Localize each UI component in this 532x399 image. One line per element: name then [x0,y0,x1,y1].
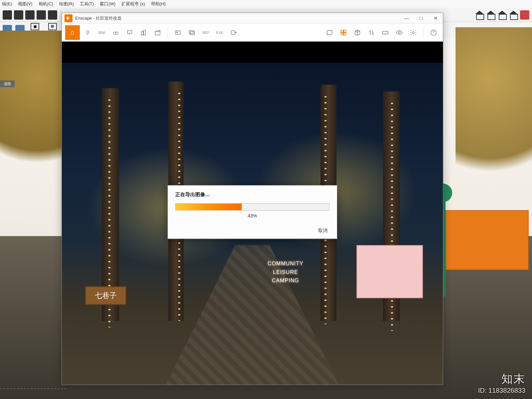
clapboard-icon[interactable] [152,27,164,39]
svg-rect-3 [128,30,132,33]
svg-rect-15 [344,33,346,35]
pin-icon[interactable] [82,27,94,39]
center-sign-text: COMMUNITY LEISURE CAMPING [268,259,304,285]
batch-image-icon[interactable] [186,27,198,39]
asset-library-icon[interactable] [337,27,349,39]
svg-rect-10 [190,32,195,35]
progress-fill [176,203,242,210]
house-icon[interactable] [475,11,484,19]
app-name: Enscape [75,16,92,21]
toolbar-icon[interactable] [37,10,46,20]
binoculars-icon[interactable] [110,27,122,39]
viewport-label: 顶部 [0,80,15,87]
svg-rect-4 [141,31,143,35]
cube-icon[interactable] [351,27,363,39]
sketchup-menubar: 辑(E) 视图(V) 相机(C) 绘图(R) 工具(T) 窗口(W) 扩展程序 … [0,0,532,8]
svg-point-17 [398,32,400,34]
help-icon[interactable] [428,27,440,39]
menu-edit[interactable]: 辑(E) [2,1,12,7]
svg-rect-6 [155,31,160,35]
tree-trunk [102,88,119,321]
toolbar-icon[interactable] [3,10,12,20]
image-export-icon[interactable] [172,27,184,39]
svg-point-0 [86,31,89,33]
map-icon[interactable] [324,27,335,39]
export-progress-dialog: 正在导出图像… 43% 取消 [168,185,337,239]
svg-rect-9 [189,30,194,33]
sign-line: COMMUNITY [268,259,304,268]
progress-percent-label: 43% [175,213,330,218]
window-controls: — □ ✕ [399,13,443,24]
panorama-button[interactable]: 360° [200,27,212,39]
svg-rect-13 [344,30,346,32]
watermark-id: ID: 1183826833 [478,387,525,394]
bim-button[interactable]: BIM [96,27,108,39]
letterbox-bar [62,42,443,63]
settings-icon[interactable] [407,27,419,39]
color-icon[interactable] [520,10,529,20]
toolbar-icon[interactable] [14,10,23,20]
sign-line: CAMPING [268,276,304,285]
house-icon[interactable] [486,11,495,19]
vr-icon[interactable] [379,27,391,39]
menu-draw[interactable]: 绘图(R) [59,1,74,7]
house-icon[interactable] [497,11,507,19]
sign-line: LEISURE [268,268,304,277]
svg-rect-14 [341,33,343,35]
title-separator: - [92,16,96,21]
buildings-icon[interactable] [138,27,150,39]
close-button[interactable]: ✕ [428,13,443,24]
maximize-button[interactable]: □ [414,13,428,24]
menu-extensions[interactable]: 扩展程序 (x) [121,1,145,7]
enscape-window: Enscape - 社区室外改造 — □ ✕ ⌂ BIM 360° EXE [62,13,443,385]
toolbar-icon[interactable] [25,10,35,20]
menu-camera[interactable]: 相机(C) [39,1,53,7]
eye-icon[interactable] [393,27,405,39]
enscape-logo-icon [65,14,72,22]
svg-point-1 [113,32,116,34]
tree-graphic [0,31,66,190]
cancel-button[interactable]: 取消 [175,228,330,234]
watermark-brand: 知末 [478,371,525,387]
enscape-toolbar: ⌂ BIM 360° EXE [62,24,443,42]
svg-point-2 [116,32,118,34]
menu-window[interactable]: 窗口(W) [100,1,115,7]
svg-point-8 [176,32,178,33]
svg-point-18 [412,32,414,34]
scene-box-icon: 坏 [48,23,57,30]
export-arrow-icon[interactable] [228,27,240,39]
toolbar-separator [423,28,424,38]
progress-bar [175,203,330,210]
dialog-title: 正在导出图像… [175,192,330,198]
menu-help[interactable]: 帮助(H) [151,1,166,7]
enscape-viewport[interactable]: COMMUNITY LEISURE CAMPING 七巷子 正在导出图像… 43… [62,42,443,385]
toolbar-separator [61,10,61,20]
wood-sign: 七巷子 [85,286,126,305]
enscape-titlebar[interactable]: Enscape - 社区室外改造 — □ ✕ [62,13,443,24]
window-title: Enscape - 社区室外改造 [75,15,399,21]
svg-rect-11 [231,31,235,34]
exe-export-button[interactable]: EXE [214,27,226,39]
booth-graphic [446,210,529,270]
toolbar-icon[interactable] [48,10,57,20]
presentation-icon[interactable] [124,27,136,39]
svg-rect-5 [144,30,146,35]
watermark: 知末 ID: 1183826833 [478,371,525,394]
toolbar-separator [168,28,168,38]
project-name: 社区室外改造 [96,16,122,21]
dashed-guide [0,388,66,389]
compare-icon[interactable] [365,27,377,39]
minimize-button[interactable]: — [399,13,414,24]
menu-tools[interactable]: 工具(T) [80,1,94,7]
tree-graphic [456,27,532,200]
home-icon: ⌂ [70,29,74,36]
house-icon[interactable] [509,11,518,19]
menu-view[interactable]: 视图(V) [18,1,32,7]
home-button[interactable]: ⌂ [65,25,80,40]
kiosk-graphic [356,245,423,298]
svg-rect-12 [341,30,343,32]
grid-icon: ▦ [31,23,39,30]
